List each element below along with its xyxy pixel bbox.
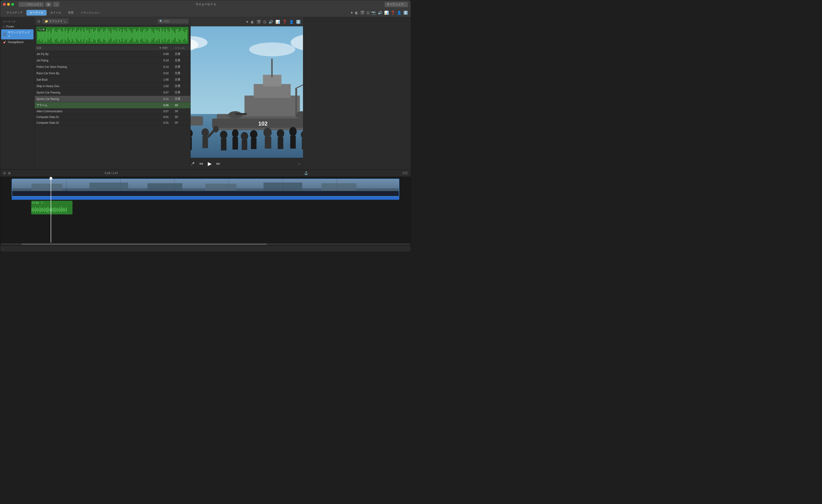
crop-icon[interactable]: ⊡ (367, 11, 370, 15)
person-tool-icon[interactable]: 👤 (289, 20, 294, 24)
list-item[interactable]: Computer Data 02 0:01 SF (35, 120, 190, 126)
settings-button[interactable]: 設定 (403, 171, 408, 175)
info-tool-icon[interactable]: ℹ️ (296, 20, 301, 24)
timeline-scrollbar[interactable] (0, 243, 411, 245)
svg-rect-16 (59, 29, 60, 42)
svg-rect-186 (32, 208, 32, 211)
svg-rect-124 (190, 116, 203, 126)
back-to-project-button[interactable]: 〈 〈 プロジェクト (19, 2, 44, 7)
svg-rect-34 (85, 28, 85, 43)
name-column-header[interactable]: 名前 (36, 46, 158, 50)
waveform-preview: 5.2 秒 (36, 27, 188, 44)
main-content: オーディオ ♩ iTunes 🎧 サウンドエフェクト 🎸 GarageBand … (0, 17, 411, 169)
svg-rect-215 (65, 209, 66, 211)
zoom-out-icon[interactable]: ⊖ (3, 171, 6, 175)
svg-point-142 (213, 126, 219, 132)
sidebar-item-itunes[interactable]: ♩ iTunes (0, 24, 34, 29)
color-icon[interactable]: ◐ (355, 11, 358, 15)
svg-rect-35 (86, 30, 87, 40)
list-item[interactable]: Alien Communication 0:07 SF (35, 109, 190, 114)
svg-rect-10 (50, 33, 51, 38)
svg-rect-191 (37, 208, 38, 212)
scrollbar-thumb[interactable] (22, 244, 267, 245)
list-item[interactable]: Ship in Heavy Sea 1:02 交通 (35, 83, 190, 89)
help-tool-icon[interactable]: ❓ (282, 20, 287, 24)
rewind-button[interactable]: ⏮ (199, 161, 203, 166)
audio-clip-waveform (31, 206, 68, 213)
svg-rect-96 (173, 31, 174, 39)
maximize-button[interactable] (11, 3, 14, 6)
list-item[interactable]: Sports Car Passing 0:07 交通 (35, 89, 190, 96)
anchor-icon[interactable]: ⚓ (304, 171, 309, 175)
svg-rect-207 (56, 208, 56, 211)
zoom-in-icon[interactable]: ⊕ (8, 171, 11, 175)
svg-rect-209 (58, 209, 59, 211)
person-icon[interactable]: 👤 (397, 11, 402, 15)
svg-rect-204 (52, 208, 53, 211)
fast-forward-button[interactable]: ⏭ (216, 161, 221, 166)
svg-rect-80 (150, 29, 151, 42)
audio-clip[interactable]: 5.2 秒 - ア... (31, 201, 72, 214)
list-item[interactable]: Race Car Drive By 0:02 交通 (35, 70, 190, 77)
film-icon[interactable]: 🎬 (360, 11, 365, 15)
search-input[interactable] (164, 20, 187, 23)
close-button[interactable] (3, 3, 6, 6)
time-column-header[interactable]: 時間 (162, 46, 174, 50)
crop-tool-icon[interactable]: ⊡ (263, 20, 266, 24)
fullscreen-icon[interactable]: ⤢ (298, 162, 303, 166)
tab-my-media[interactable]: マイメディア (3, 10, 26, 16)
sidebar-item-sound-effects[interactable]: 🎧 サウンドエフェクト (1, 29, 33, 39)
grid-view-button[interactable]: ⊞ (45, 2, 52, 7)
search-box: 🔍 (157, 19, 188, 24)
list-item-highlighted[interactable]: アラーム 0:05 SF (35, 102, 190, 109)
timeline-content[interactable]: 5.2 秒 - ア... (0, 177, 411, 243)
svg-rect-76 (144, 29, 145, 42)
panel-toggle-button[interactable]: ⊡ (36, 19, 41, 24)
info-icon[interactable]: ℹ️ (403, 11, 408, 15)
list-item[interactable]: Police Car Siren Passing 0:14 交通 (35, 64, 190, 70)
headphone-icon: 🎧 (3, 33, 6, 36)
minimize-button[interactable] (7, 3, 10, 6)
tab-audio[interactable]: オーディオ (26, 10, 47, 16)
list-item[interactable]: Computer Data 01 0:01 SF (35, 114, 190, 120)
playhead[interactable] (51, 177, 51, 243)
svg-rect-32 (82, 29, 83, 42)
audio-tool-icon[interactable]: 🔊 (269, 20, 273, 24)
sidebar-section-label: オーディオ (0, 19, 34, 24)
folder-selector[interactable]: 📁 エフェクト ⌄ (42, 19, 68, 24)
svg-rect-113 (212, 119, 303, 128)
svg-rect-38 (90, 29, 91, 42)
chart-icon[interactable]: 📊 (384, 11, 389, 15)
help-icon[interactable]: ❓ (391, 11, 395, 15)
play-button[interactable]: ▶ (208, 161, 212, 167)
wand-tool-icon[interactable]: ✦ (246, 20, 249, 24)
svg-rect-119 (235, 113, 247, 115)
svg-rect-150 (251, 138, 257, 149)
tab-transitions[interactable]: トランジション (77, 10, 103, 16)
audio-icon[interactable]: 🔊 (378, 11, 382, 15)
list-item[interactable]: Jet Flying 0:19 交通 (35, 57, 190, 64)
genre-column-header[interactable]: ジャンル (175, 46, 188, 50)
tab-backgrounds[interactable]: 背景 (65, 10, 77, 16)
film-tool-icon[interactable]: 🎬 (257, 20, 261, 24)
list-item[interactable]: Sail Boat 1:06 交通 (35, 77, 190, 83)
list-item[interactable]: Jet Fly By 0:09 交通 (35, 51, 190, 57)
download-button[interactable]: ↓ (53, 2, 59, 7)
titlebar: 〈 〈 プロジェクト ⊞ ↓ マイムービー 1 すべてシェア... (0, 0, 411, 8)
chart-tool-icon[interactable]: 📊 (276, 20, 280, 24)
svg-rect-100 (179, 32, 180, 39)
tab-titles[interactable]: タイトル (47, 10, 64, 16)
svg-point-153 (277, 129, 284, 137)
sidebar-item-garageband[interactable]: 🎸 GarageBand (0, 39, 34, 45)
svg-rect-158 (302, 138, 303, 149)
svg-rect-64 (127, 28, 128, 43)
color-tool-icon[interactable]: ◐ (251, 20, 254, 24)
scrollbar-track (1, 244, 410, 245)
svg-rect-122 (295, 89, 297, 114)
camera-icon[interactable]: 📷 (371, 11, 376, 15)
svg-rect-25 (72, 32, 73, 39)
wand-icon[interactable]: ✦ (350, 11, 353, 15)
mic-icon[interactable]: 🎤 (190, 162, 194, 166)
list-item-selected[interactable]: Sports Car Racing 0:11 交通 (35, 96, 190, 102)
share-all-button[interactable]: すべてシェア... (385, 2, 408, 7)
